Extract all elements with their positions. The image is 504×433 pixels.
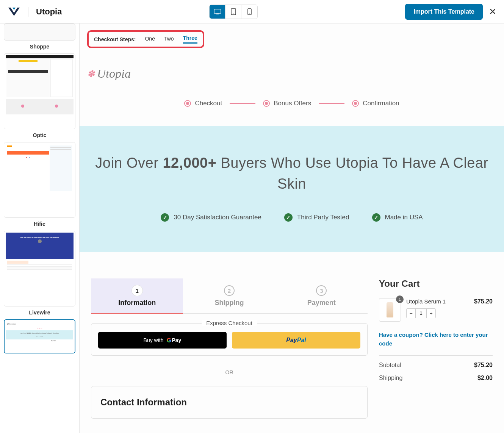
cart-shipping-row: Shipping $2.00: [379, 375, 493, 381]
svg-rect-0: [214, 9, 221, 13]
svg-point-5: [249, 13, 250, 14]
template-label: Livewire: [4, 310, 75, 316]
device-switcher: [209, 5, 258, 19]
steps-nav-label: Checkout Steps:: [94, 36, 136, 42]
hero-section: Join Over 12,000+ Buyers Who Use Utopia …: [80, 126, 504, 252]
step-link-two[interactable]: Two: [164, 36, 174, 43]
template-card-shoppe[interactable]: Shoppe: [4, 23, 75, 50]
progress-line: [319, 103, 344, 104]
qty-increase-button[interactable]: +: [426, 309, 435, 318]
gpay-icon: Pay: [166, 337, 182, 343]
divider: [379, 355, 493, 356]
quantity-stepper: − 1 +: [406, 308, 436, 318]
cart-item: 1 Utopia Serum 1 − 1 + $75.20: [379, 298, 493, 322]
template-card-livewire[interactable]: Join the league of 5000+ users that trus…: [4, 231, 75, 316]
or-divider: OR: [91, 369, 368, 375]
svg-point-3: [233, 13, 234, 14]
step-link-three[interactable]: Three: [183, 35, 197, 44]
brand-name-text: Utopia: [97, 67, 131, 81]
template-label: Optic: [4, 132, 75, 138]
device-desktop-button[interactable]: [210, 5, 225, 19]
app-logo[interactable]: [8, 5, 20, 18]
progress-step-bonus: Bonus Offers: [263, 100, 311, 107]
device-mobile-button[interactable]: [241, 5, 257, 19]
cart-item-price: $75.20: [474, 298, 493, 322]
badge-tested: Third Party Tested: [284, 213, 349, 222]
hero-badges: 30 Day Satisfaction Guarantee Third Part…: [95, 213, 489, 222]
cart-item-image: 1: [379, 298, 401, 322]
checkout-steps-nav: Checkout Steps: One Two Three: [80, 23, 504, 55]
badge-guarantee: 30 Day Satisfaction Guarantee: [161, 213, 261, 222]
badge-usa: Made in USA: [372, 213, 423, 222]
qty-value: 1: [416, 309, 426, 318]
gpay-button[interactable]: Buy with Pay: [98, 332, 227, 349]
main-layout: Shoppe Optic ▼▼ Hific Join the league of…: [0, 23, 504, 433]
contact-title: Contact Information: [100, 397, 358, 408]
cart-subtotal-row: Subtotal $75.20: [379, 362, 493, 369]
cart-qty-badge: 1: [396, 295, 404, 303]
brand-logo: ✽ Utopia: [87, 67, 496, 81]
cart-title: Your Cart: [379, 278, 493, 289]
flower-icon: ✽: [87, 69, 95, 79]
progress-line: [230, 103, 255, 104]
check-icon: [284, 213, 293, 222]
template-name: Utopia: [28, 7, 62, 17]
tab-payment[interactable]: 3 Payment: [275, 278, 368, 313]
hero-title: Join Over 12,000+ Buyers Who Use Utopia …: [95, 153, 489, 194]
cart-sidebar: Your Cart 1 Utopia Serum 1 − 1 +: [379, 278, 493, 419]
tab-shipping[interactable]: 2 Shipping: [183, 278, 275, 313]
check-icon: [372, 213, 380, 222]
radio-icon: [263, 100, 270, 107]
top-header: Utopia Import This Template ✕: [0, 0, 504, 23]
template-label: Shoppe: [4, 44, 75, 50]
template-card-utopia-selected[interactable]: ✿ Utopia◉━ ◉━ ◉Join Over 12,000+ Buyers …: [4, 319, 75, 353]
paypal-icon: PayPal: [286, 337, 306, 344]
templates-sidebar[interactable]: Shoppe Optic ▼▼ Hific Join the league of…: [0, 23, 80, 433]
tab-information[interactable]: 1 Information: [91, 278, 183, 314]
preview-area[interactable]: Checkout Steps: One Two Three ✽ Utopia C…: [80, 23, 504, 433]
radio-icon: [352, 100, 359, 107]
contact-info-box: Contact Information: [91, 386, 368, 419]
qty-decrease-button[interactable]: −: [407, 309, 416, 318]
form-tabs: 1 Information 2 Shipping 3 Payment: [91, 278, 368, 314]
import-template-button[interactable]: Import This Template: [405, 4, 483, 20]
cart-item-name: Utopia Serum 1: [406, 298, 469, 305]
coupon-link[interactable]: Have a coupon? Click here to enter your …: [379, 331, 493, 348]
check-icon: [161, 213, 169, 222]
device-tablet-button[interactable]: [225, 5, 241, 19]
paypal-button[interactable]: PayPal: [232, 332, 360, 349]
express-title: Express Checkout: [202, 320, 257, 326]
header-right: Import This Template ✕: [405, 4, 496, 20]
header-left: Utopia: [8, 5, 62, 18]
express-checkout-box: Express Checkout Buy with Pay PayPal: [91, 323, 368, 356]
progress-step-confirmation: Confirmation: [352, 100, 399, 107]
radio-icon: [184, 100, 191, 107]
checkout-form: 1 Information 2 Shipping 3 Payment: [91, 278, 368, 419]
brand-header: ✽ Utopia: [80, 55, 504, 84]
preview-content: ✽ Utopia Checkout Bonus Offers: [80, 55, 504, 419]
template-label: Hific: [4, 221, 75, 227]
checkout-steps-highlight: Checkout Steps: One Two Three: [87, 30, 204, 48]
svg-rect-1: [216, 14, 219, 14]
checkout-section: 1 Information 2 Shipping 3 Payment: [80, 252, 504, 419]
progress-steps: Checkout Bonus Offers Confirmation: [80, 84, 504, 126]
progress-step-checkout: Checkout: [184, 100, 222, 107]
template-card-optic[interactable]: Optic: [4, 53, 75, 138]
close-icon[interactable]: ✕: [489, 6, 496, 17]
step-link-one[interactable]: One: [145, 36, 155, 43]
template-card-hific[interactable]: ▼▼ Hific: [4, 142, 75, 227]
